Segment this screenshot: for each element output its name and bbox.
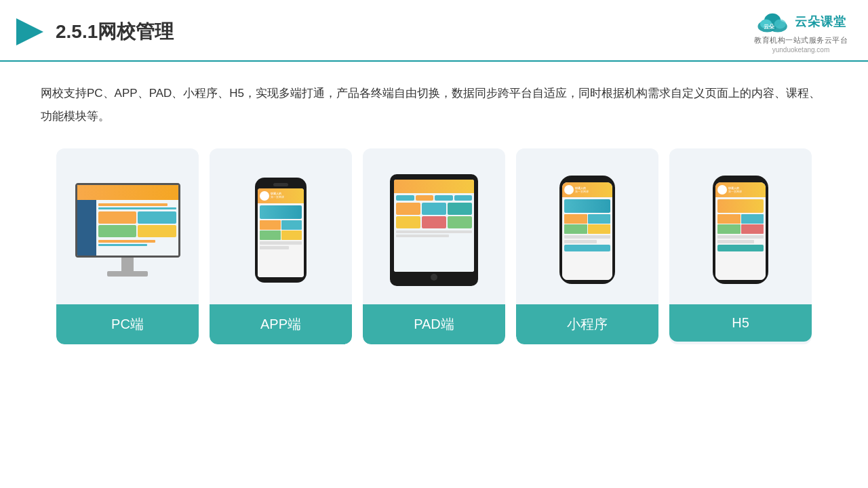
logo-area: 云朵 云朵课堂 教育机构一站式服务云平台 yunduoketang.com (754, 9, 848, 54)
logo-url: yunduoketang.com (772, 46, 830, 54)
tablet-screen (394, 180, 474, 272)
card-pad-image (363, 148, 505, 304)
logo-cloud: 云朵 云朵课堂 (755, 9, 846, 34)
phone-screen: 职通人的 第一堂网课 (258, 188, 304, 277)
header-left: 2.5.1网校管理 (14, 16, 174, 48)
svg-point-5 (774, 20, 786, 29)
card-miniprogram: 职通人的 第一堂网课 (516, 148, 658, 344)
card-miniprogram-image: 职通人的 第一堂网课 (516, 148, 658, 304)
notch-top (577, 176, 597, 180)
main-content: 网校支持PC、APP、PAD、小程序、H5，实现多端打通，产品各终端自由切换，数… (0, 62, 868, 358)
notch-top-h5 (730, 176, 751, 180)
miniprogram-phone: 职通人的 第一堂网课 (559, 176, 615, 284)
card-pc-image (56, 148, 199, 304)
pc-monitor (75, 183, 180, 277)
phone-notch (273, 183, 288, 186)
app-phone: 职通人的 第一堂网课 (255, 178, 307, 283)
pad-tablet (390, 174, 478, 286)
card-pad-label: PAD端 (363, 304, 505, 344)
cloud-icon: 云朵 (755, 9, 791, 34)
play-icon (14, 16, 46, 48)
svg-marker-0 (16, 18, 43, 45)
h5-phone: 职通人的 第一堂网课 (713, 176, 768, 284)
svg-text:云朵: 云朵 (764, 24, 775, 30)
card-app-label: APP端 (210, 304, 352, 344)
card-h5-image: 职通人的 第一堂网课 (669, 148, 812, 304)
card-app-image: 职通人的 第一堂网课 (210, 148, 352, 304)
card-pc: PC端 (56, 148, 199, 344)
card-app: 职通人的 第一堂网课 (210, 148, 352, 344)
logo-subtitle: 教育机构一站式服务云平台 (754, 35, 848, 45)
header: 2.5.1网校管理 云朵 云朵课堂 教育机构一站式服务云平台 yunduoket… (0, 0, 868, 62)
modern-screen: 职通人的 第一堂网课 (562, 182, 612, 280)
h5-screen: 职通人的 第一堂网课 (715, 182, 766, 280)
cards-container: PC端 职通人的 第一堂网课 (41, 148, 827, 344)
card-pc-label: PC端 (56, 304, 199, 344)
card-pad: PAD端 (363, 148, 505, 344)
description-text: 网校支持PC、APP、PAD、小程序、H5，实现多端打通，产品各终端自由切换，数… (41, 82, 827, 128)
page-title: 2.5.1网校管理 (56, 19, 174, 45)
monitor-screen (75, 183, 180, 258)
logo-text: 云朵课堂 (795, 14, 846, 30)
card-h5-label: H5 (669, 304, 812, 342)
card-h5: 职通人的 第一堂网课 (669, 148, 812, 344)
card-miniprogram-label: 小程序 (516, 304, 658, 344)
